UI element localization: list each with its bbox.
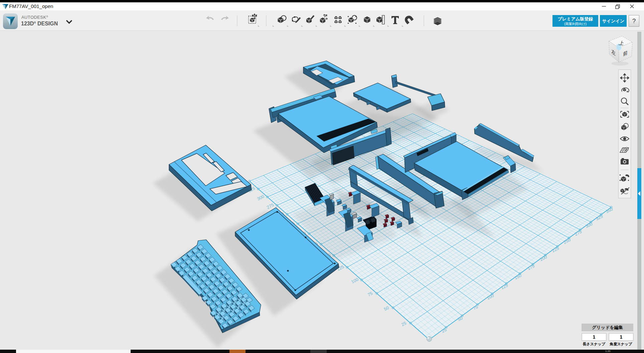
svg-text:50: 50 [383,305,390,312]
svg-text:123D® DESIGN: 123D® DESIGN [21,21,58,26]
svg-text:25: 25 [400,321,407,327]
svg-text:75: 75 [367,291,373,298]
svg-text:300: 300 [256,194,265,201]
svg-text:275: 275 [266,202,275,210]
svg-text:100: 100 [350,277,359,284]
svg-text:AUTODESK®: AUTODESK® [21,15,48,20]
